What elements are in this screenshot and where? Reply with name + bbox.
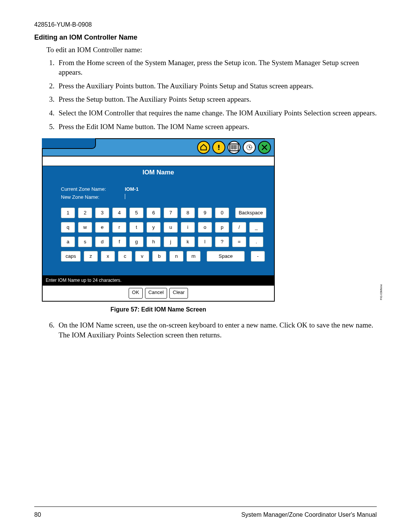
- key-t[interactable]: t: [129, 222, 143, 233]
- clock-icon[interactable]: [243, 141, 256, 154]
- key-i[interactable]: i: [181, 222, 195, 233]
- onscreen-keyboard: 1 2 3 4 5 6 7 8 9 0 Backspace q: [61, 208, 256, 262]
- screen-footer: OK Cancel Clear: [43, 285, 274, 301]
- step-item: Select the IOM Controller that requires …: [56, 108, 377, 118]
- hint-text: Enter IOM Name up to 24 characters.: [43, 275, 274, 285]
- step-item: Press the Auxiliary Points button. The A…: [56, 81, 377, 91]
- key-q[interactable]: q: [61, 222, 75, 233]
- step-item: Press the Edit IOM Name button. The IOM …: [56, 122, 377, 132]
- key-5[interactable]: 5: [129, 208, 143, 218]
- key-j[interactable]: j: [164, 236, 178, 247]
- home-icon[interactable]: [197, 141, 210, 154]
- key-period[interactable]: .: [249, 236, 263, 247]
- key-space[interactable]: Space: [207, 251, 245, 262]
- new-zone-input[interactable]: [125, 194, 125, 201]
- key-question[interactable]: ?: [215, 236, 229, 247]
- key-w[interactable]: w: [78, 222, 92, 233]
- svg-point-1: [218, 149, 220, 150]
- key-backspace[interactable]: Backspace: [235, 208, 266, 218]
- key-u[interactable]: u: [164, 222, 178, 233]
- key-6[interactable]: 6: [147, 208, 161, 218]
- step-item: From the Home screen of the System Manag…: [56, 58, 377, 77]
- doc-id: 428516-YUM-B-0908: [34, 21, 377, 29]
- blank-strip: [43, 156, 274, 166]
- new-zone-label: New Zone Name:: [61, 194, 114, 201]
- key-v[interactable]: v: [135, 251, 149, 262]
- key-e[interactable]: e: [95, 222, 109, 233]
- current-zone-label: Current Zone Name:: [61, 186, 114, 193]
- toolbar: [43, 139, 274, 156]
- key-9[interactable]: 9: [198, 208, 212, 218]
- key-caps[interactable]: caps: [61, 251, 81, 262]
- page-footer: 80 System Manager/Zone Coordinator User'…: [34, 506, 377, 519]
- key-0[interactable]: 0: [215, 208, 229, 218]
- key-d[interactable]: d: [95, 236, 109, 247]
- cancel-button[interactable]: Cancel: [145, 288, 167, 299]
- key-k[interactable]: k: [181, 236, 195, 247]
- step-item: Press the Setup button. The Auxiliary Po…: [56, 94, 377, 104]
- key-a[interactable]: a: [61, 236, 75, 247]
- section-heading: Editing an IOM Controller Name: [34, 33, 377, 42]
- svg-rect-0: [218, 145, 219, 148]
- current-zone-value: IOM-1: [125, 186, 139, 193]
- key-underscore[interactable]: _: [249, 222, 263, 233]
- tab-notch: [42, 138, 96, 149]
- step-item: On the IOM Name screen, use the on-scree…: [56, 320, 377, 340]
- figure-caption: Figure 57: Edit IOM Name Screen: [42, 305, 275, 314]
- iom-name-screen: IOM Name Current Zone Name: IOM-1 New Zo…: [42, 138, 275, 301]
- key-p[interactable]: p: [215, 222, 229, 233]
- figure-side-label: FIG:IOMNme: [379, 284, 383, 300]
- key-g[interactable]: g: [129, 236, 143, 247]
- alert-icon[interactable]: [212, 141, 225, 154]
- key-4[interactable]: 4: [112, 208, 126, 218]
- key-r[interactable]: r: [112, 222, 126, 233]
- key-n[interactable]: n: [169, 251, 183, 262]
- steps-list-after: On the IOM Name screen, use the on-scree…: [56, 320, 377, 340]
- key-y[interactable]: y: [147, 222, 161, 233]
- key-2[interactable]: 2: [78, 208, 92, 218]
- key-3[interactable]: 3: [95, 208, 109, 218]
- key-slash[interactable]: /: [232, 222, 246, 233]
- key-1[interactable]: 1: [61, 208, 75, 218]
- key-b[interactable]: b: [152, 251, 166, 262]
- calendar-icon[interactable]: [228, 141, 241, 154]
- key-x[interactable]: x: [101, 251, 115, 262]
- key-7[interactable]: 7: [164, 208, 178, 218]
- key-o[interactable]: o: [198, 222, 212, 233]
- screen-title: IOM Name: [43, 166, 274, 179]
- key-dash[interactable]: -: [251, 251, 265, 262]
- steps-list: From the Home screen of the System Manag…: [56, 58, 377, 132]
- figure-wrap: IOM Name Current Zone Name: IOM-1 New Zo…: [42, 138, 377, 301]
- intro-text: To edit an IOM Controller name:: [46, 45, 377, 55]
- clear-button[interactable]: Clear: [169, 288, 188, 299]
- key-f[interactable]: f: [112, 236, 126, 247]
- key-8[interactable]: 8: [181, 208, 195, 218]
- key-h[interactable]: h: [147, 236, 161, 247]
- key-c[interactable]: c: [118, 251, 132, 262]
- manual-title: System Manager/Zone Coordinator User's M…: [241, 511, 377, 519]
- ok-button[interactable]: OK: [129, 288, 143, 299]
- key-m[interactable]: m: [186, 251, 201, 262]
- key-s[interactable]: s: [78, 236, 92, 247]
- page-number: 80: [34, 511, 41, 519]
- key-equals[interactable]: =: [232, 236, 246, 247]
- key-l[interactable]: l: [198, 236, 212, 247]
- close-icon[interactable]: [258, 141, 271, 154]
- key-z[interactable]: z: [84, 251, 98, 262]
